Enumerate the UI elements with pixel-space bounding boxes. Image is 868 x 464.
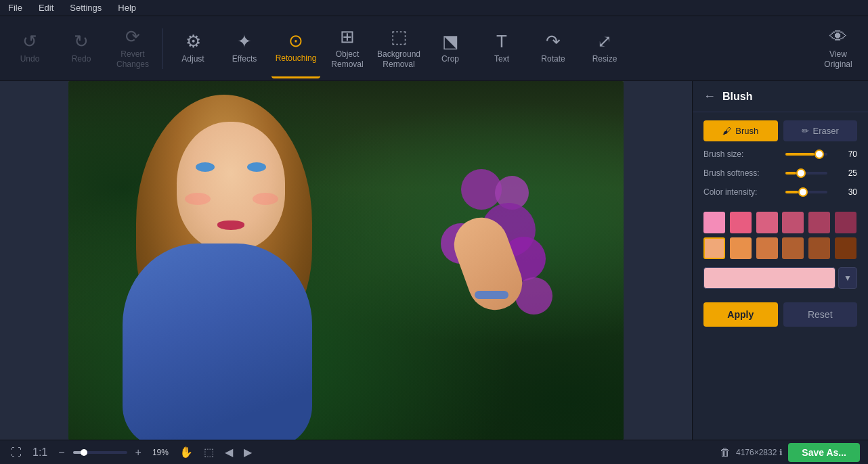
rotate-button[interactable]: ↷ Rotate bbox=[529, 19, 578, 78]
revert-button[interactable]: ⟳ RevertChanges bbox=[108, 19, 157, 78]
menu-bar: File Edit Settings Help bbox=[0, 0, 868, 16]
selection-tool-button[interactable]: ⬚ bbox=[201, 444, 217, 460]
brush-size-label: Brush size: bbox=[703, 149, 775, 159]
color-swatch-9[interactable] bbox=[782, 237, 804, 259]
delete-image-button[interactable]: 🗑 bbox=[717, 445, 733, 460]
color-swatch-1[interactable] bbox=[730, 212, 752, 233]
menu-help[interactable]: Help bbox=[115, 1, 139, 14]
reset-button[interactable]: Reset bbox=[783, 302, 858, 327]
view-original-icon: 👁 bbox=[829, 28, 847, 45]
color-swatch-5[interactable] bbox=[835, 212, 856, 233]
brush-softness-row: Brush softness: 25 bbox=[703, 168, 857, 178]
undo-icon: ↺ bbox=[22, 32, 37, 50]
revert-label: RevertChanges bbox=[116, 49, 149, 69]
main-area: ← Blush 🖌 Brush ✏ Eraser Brush size: bbox=[0, 81, 868, 440]
blush-left bbox=[185, 193, 211, 205]
canvas-area[interactable] bbox=[0, 81, 692, 440]
back-button[interactable]: ← bbox=[703, 89, 716, 103]
object-removal-button[interactable]: ⊞ ObjectRemoval bbox=[323, 19, 372, 78]
redo-button[interactable]: ↻ Redo bbox=[57, 19, 106, 78]
crop-icon: ⬔ bbox=[442, 32, 459, 50]
prev-image-button[interactable]: ◀ bbox=[222, 444, 236, 460]
effects-icon: ✦ bbox=[237, 32, 252, 50]
color-dropdown-button[interactable]: ▼ bbox=[838, 267, 857, 289]
woman-body bbox=[123, 243, 312, 440]
text-label: Text bbox=[494, 54, 509, 64]
brush-softness-thumb[interactable] bbox=[796, 168, 806, 178]
menu-settings[interactable]: Settings bbox=[67, 1, 104, 14]
retouching-button[interactable]: ⊙ Retouching bbox=[272, 19, 320, 78]
menu-file[interactable]: File bbox=[5, 1, 25, 14]
color-swatch-4[interactable] bbox=[808, 212, 830, 233]
image-dimensions: 4176×2832 bbox=[736, 448, 777, 457]
color-swatches bbox=[693, 206, 868, 264]
color-intensity-slider-track[interactable] bbox=[785, 191, 827, 193]
color-swatch-2[interactable] bbox=[756, 212, 778, 233]
color-swatch-11[interactable] bbox=[835, 237, 856, 259]
brush-softness-track[interactable] bbox=[780, 172, 833, 175]
undo-label: Undo bbox=[20, 54, 40, 64]
bg-removal-button[interactable]: ⬚ BackgroundRemoval bbox=[374, 19, 423, 78]
redo-icon: ↻ bbox=[74, 32, 89, 50]
color-swatch-7[interactable] bbox=[730, 237, 752, 259]
resize-label: Resize bbox=[592, 54, 617, 64]
woman-face bbox=[177, 122, 285, 250]
brush-icon: 🖌 bbox=[722, 126, 731, 136]
brush-button[interactable]: 🖌 Brush bbox=[703, 120, 778, 141]
blush-right bbox=[253, 193, 278, 205]
brush-softness-fill bbox=[785, 172, 796, 175]
view-original-label: ViewOriginal bbox=[824, 49, 852, 69]
resize-icon: ⤢ bbox=[597, 32, 612, 50]
apply-button[interactable]: Apply bbox=[703, 302, 778, 327]
resize-button[interactable]: ⤢ Resize bbox=[580, 19, 629, 78]
bottom-bar: ⛶ 1:1 − + 19% ✋ ⬚ ◀ ▶ 🗑 4176×2832 ℹ Save… bbox=[0, 440, 868, 464]
color-swatch-3[interactable] bbox=[782, 212, 804, 233]
undo-button[interactable]: ↺ Undo bbox=[5, 19, 54, 78]
brush-softness-label: Brush softness: bbox=[703, 168, 775, 178]
color-preview-bar[interactable] bbox=[703, 267, 836, 289]
color-intensity-fill bbox=[785, 191, 798, 193]
color-intensity-thumb[interactable] bbox=[798, 187, 808, 197]
object-removal-label: ObjectRemoval bbox=[331, 49, 363, 69]
color-swatch-0[interactable] bbox=[703, 212, 725, 233]
view-original-button[interactable]: 👁 ViewOriginal bbox=[814, 19, 863, 78]
redo-label: Redo bbox=[72, 54, 91, 64]
zoom-slider[interactable] bbox=[73, 451, 127, 454]
retouching-label: Retouching bbox=[276, 53, 317, 63]
save-as-button[interactable]: Save As... bbox=[788, 443, 860, 462]
text-button[interactable]: T Text bbox=[477, 19, 526, 78]
eraser-label: Eraser bbox=[813, 126, 839, 136]
zoom-slider-thumb[interactable] bbox=[81, 449, 87, 456]
crop-button[interactable]: ⬔ Crop bbox=[426, 19, 475, 78]
brush-label: Brush bbox=[735, 126, 758, 136]
menu-edit[interactable]: Edit bbox=[36, 1, 56, 14]
pan-tool-button[interactable]: ✋ bbox=[177, 444, 196, 460]
panel-header: ← Blush bbox=[693, 81, 868, 112]
zoom-fit-button[interactable]: 1:1 bbox=[30, 445, 50, 460]
color-intensity-track[interactable] bbox=[780, 191, 833, 193]
brush-size-value: 70 bbox=[838, 149, 857, 159]
text-icon: T bbox=[496, 32, 507, 50]
effects-label: Effects bbox=[232, 54, 257, 64]
color-intensity-value: 30 bbox=[838, 187, 857, 197]
adjust-button[interactable]: ⚙ Adjust bbox=[169, 19, 217, 78]
brush-size-thumb[interactable] bbox=[815, 149, 824, 159]
color-swatch-6[interactable] bbox=[703, 237, 725, 259]
zoom-in-button[interactable]: + bbox=[133, 445, 144, 460]
right-panel: ← Blush 🖌 Brush ✏ Eraser Brush size: bbox=[692, 81, 868, 440]
eraser-button[interactable]: ✏ Eraser bbox=[783, 120, 858, 141]
fullscreen-button[interactable]: ⛶ bbox=[8, 445, 24, 460]
revert-icon: ⟳ bbox=[125, 28, 140, 45]
color-intensity-row: Color intensity: 30 bbox=[703, 187, 857, 197]
color-swatch-10[interactable] bbox=[808, 237, 830, 259]
brush-softness-slider-track[interactable] bbox=[785, 172, 827, 175]
zoom-out-button[interactable]: − bbox=[56, 445, 67, 460]
effects-button[interactable]: ✦ Effects bbox=[220, 19, 269, 78]
photo-background bbox=[68, 81, 624, 440]
brush-size-slider-track[interactable] bbox=[785, 153, 827, 156]
canvas-image bbox=[68, 81, 624, 440]
next-image-button[interactable]: ▶ bbox=[241, 444, 255, 460]
brush-size-track[interactable] bbox=[780, 153, 833, 156]
toolbar-divider-1 bbox=[162, 28, 163, 69]
color-swatch-8[interactable] bbox=[756, 237, 778, 259]
